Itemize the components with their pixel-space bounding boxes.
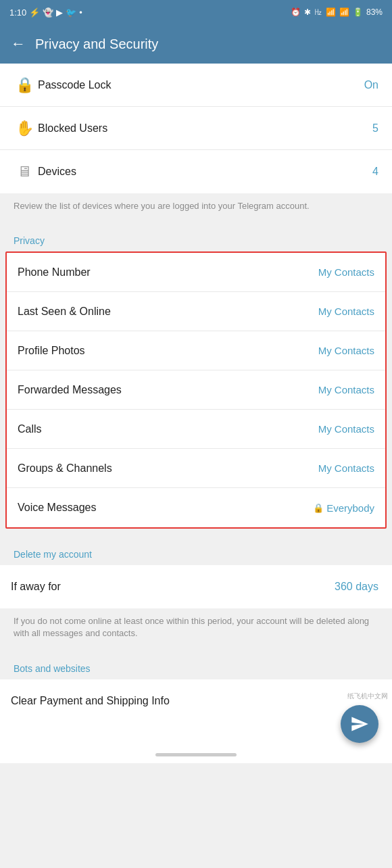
devices-value: 4 [372,166,378,178]
header: ← Privacy and Security [0,24,392,64]
blocked-users-value: 5 [372,122,378,135]
watermark: 纸飞机中文网 [347,692,388,701]
phone-number-item[interactable]: Phone Number My Contacts [7,253,385,292]
top-settings-list: 🔒 Passcode Lock On ✋ Blocked Users 5 🖥 D… [0,64,392,193]
twitter-icon: 🐦 [66,7,76,18]
delete-section-header: Delete my account [0,537,392,565]
battery-percent: 83% [366,7,383,17]
blocked-users-label: Blocked Users [38,112,372,145]
back-button[interactable]: ← [11,35,26,53]
privacy-settings-box: Phone Number My Contacts Last Seen & Onl… [5,251,387,529]
forwarded-messages-item[interactable]: Forwarded Messages My Contacts [7,370,385,410]
profile-photos-label: Profile Photos [18,345,318,357]
page-title: Privacy and Security [35,37,158,52]
passcode-lock-value: On [364,79,378,91]
voice-messages-item[interactable]: Voice Messages 🔒 Everybody [7,488,385,527]
groups-channels-value: My Contacts [318,462,374,474]
if-away-for-value: 360 days [335,581,378,593]
bolt-icon: ⚡ [29,7,40,18]
blocked-users-item[interactable]: ✋ Blocked Users 5 [0,107,392,150]
if-away-for-item[interactable]: If away for 360 days [0,565,392,608]
last-seen-value: My Contacts [318,306,374,317]
phone-number-label: Phone Number [18,266,318,279]
phone-number-value: My Contacts [318,266,374,278]
status-left: 1:10 ⚡ 👻 ▶ 🐦 • [9,7,82,18]
calls-label: Calls [18,423,318,435]
delete-account-list: If away for 360 days [0,565,392,608]
delete-description: If you do not come online at least once … [0,608,392,650]
wifi-icon: 📶 [326,7,336,17]
battery-icon: 🔋 [353,7,363,17]
youtube-icon: ▶ [56,7,63,18]
devices-description: Review the list of devices where you are… [0,193,392,223]
devices-label: Devices [38,155,372,189]
bots-list: Clear Payment and Shipping Info [0,679,392,723]
snapchat-icon: 👻 [43,7,53,18]
status-right: ⏰ ✱ ㎐ 📶 📶 🔋 83% [291,7,383,18]
devices-item[interactable]: 🖥 Devices 4 [0,150,392,193]
content: 🔒 Passcode Lock On ✋ Blocked Users 5 🖥 D… [0,64,392,763]
groups-channels-label: Groups & Channels [18,462,318,475]
network-icon: ㎐ [314,7,322,18]
if-away-for-label: If away for [11,570,335,604]
clear-payment-item[interactable]: Clear Payment and Shipping Info [0,679,392,723]
clear-payment-label: Clear Payment and Shipping Info [11,684,378,718]
bluetooth-icon: ✱ [304,7,311,17]
forwarded-messages-label: Forwarded Messages [18,384,318,396]
voice-messages-label: Voice Messages [18,502,313,514]
fab-button[interactable] [341,705,378,743]
status-bar: 1:10 ⚡ 👻 ▶ 🐦 • ⏰ ✱ ㎐ 📶 📶 🔋 83% [0,0,392,24]
passcode-lock-label: Passcode Lock [38,68,364,102]
last-seen-label: Last Seen & Online [18,306,318,318]
profile-photos-item[interactable]: Profile Photos My Contacts [7,331,385,370]
dot-icon: • [79,7,82,18]
calls-item[interactable]: Calls My Contacts [7,410,385,449]
bottom-bar [0,723,392,763]
spacer1 [0,529,392,537]
groups-channels-item[interactable]: Groups & Channels My Contacts [7,449,385,488]
alarm-icon: ⏰ [291,7,301,17]
passcode-lock-item[interactable]: 🔒 Passcode Lock On [0,64,392,107]
signal-icon: 📶 [339,7,349,17]
blocked-users-icon: ✋ [11,120,38,137]
calls-value: My Contacts [318,423,374,435]
lock-icon: 🔒 [313,503,324,513]
bottom-pill [155,753,237,756]
last-seen-item[interactable]: Last Seen & Online My Contacts [7,292,385,331]
devices-icon: 🖥 [11,163,38,180]
status-time: 1:10 [9,7,26,18]
forwarded-messages-value: My Contacts [318,384,374,395]
bots-section-header: Bots and websites [0,651,392,679]
voice-messages-value: 🔒 Everybody [313,502,374,514]
privacy-section-header: Privacy [0,223,392,251]
profile-photos-value: My Contacts [318,345,374,356]
passcode-icon: 🔒 [11,76,38,94]
